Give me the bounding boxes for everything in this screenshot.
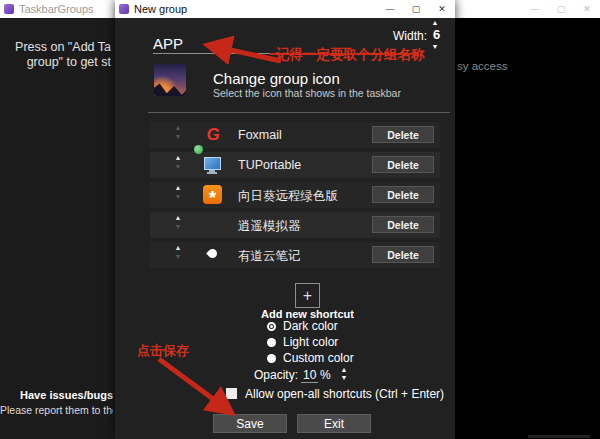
move-up-icon[interactable]: ▲ bbox=[172, 183, 184, 192]
width-value[interactable]: 6 bbox=[433, 27, 440, 42]
width-label: Width: bbox=[393, 29, 427, 43]
close-icon[interactable]: ✕ bbox=[429, 0, 455, 18]
width-down-icon[interactable]: ▼ bbox=[429, 43, 441, 50]
issues-heading: Have issues/bugs bbox=[0, 389, 113, 401]
radio-label: Light color bbox=[283, 335, 338, 349]
delete-button[interactable]: Delete bbox=[372, 156, 434, 173]
partial-text-easy-access: sy access bbox=[457, 60, 508, 72]
hint-line-1: Press on "Add Ta bbox=[0, 40, 111, 55]
dialog-titlebar[interactable]: New group — ▢ ✕ bbox=[115, 0, 455, 18]
main-window-background: TaskbarGroups Press on "Add Ta group" to… bbox=[0, 0, 115, 439]
add-shortcut-button[interactable]: + bbox=[295, 283, 320, 308]
shortcut-row-memu: ▲ ▼ 逍遥模拟器 Delete bbox=[150, 212, 440, 238]
move-down-icon[interactable]: ▼ bbox=[172, 132, 184, 141]
close-icon[interactable]: ✕ bbox=[574, 0, 600, 18]
move-up-icon[interactable]: ▲ bbox=[172, 153, 184, 162]
taskbargroups-app-icon bbox=[4, 4, 14, 14]
delete-button[interactable]: Delete bbox=[372, 246, 434, 263]
shortcut-row-youdao: ▲ ▼ 有道云笔记 Delete bbox=[150, 242, 440, 268]
allow-open-all-checkbox[interactable] bbox=[226, 388, 237, 399]
delete-button[interactable]: Delete bbox=[372, 126, 434, 143]
group-name-input[interactable] bbox=[153, 35, 283, 52]
main-window-titlebar: TaskbarGroups bbox=[0, 0, 115, 18]
radio-selected-icon bbox=[267, 322, 276, 331]
shortcut-name: Foxmail bbox=[238, 128, 282, 142]
move-up-icon[interactable]: ▲ bbox=[172, 213, 184, 222]
group-icon-thumbnail[interactable] bbox=[154, 64, 186, 96]
radio-icon bbox=[267, 338, 276, 347]
group-name-underline bbox=[153, 53, 278, 54]
shortcut-row-foxmail: ▲ ▼ G Foxmail Delete bbox=[150, 122, 440, 148]
minimize-icon[interactable]: — bbox=[522, 0, 548, 18]
opacity-label: Opacity: bbox=[254, 368, 298, 382]
allow-open-all-label: Allow open-all shortcuts (Ctrl + Enter) bbox=[245, 387, 444, 401]
annotation-save-note: 点击保存 bbox=[137, 342, 189, 360]
radio-label: Custom color bbox=[283, 351, 354, 365]
opacity-value[interactable]: 10 bbox=[301, 368, 318, 383]
shortcut-name: 有道云笔记 bbox=[238, 248, 301, 265]
hint-line-2: group" to get st bbox=[0, 55, 111, 70]
change-group-icon-title[interactable]: Change group icon bbox=[213, 70, 340, 87]
radio-icon bbox=[267, 354, 276, 363]
shortcut-row-sunflower: ▲ ▼ * 向日葵远程绿色版 Delete bbox=[150, 182, 440, 208]
delete-button[interactable]: Delete bbox=[372, 186, 434, 203]
move-up-icon[interactable]: ▲ bbox=[172, 243, 184, 252]
watermark bbox=[528, 435, 590, 438]
taskbargroups-app-icon bbox=[119, 4, 129, 14]
getting-started-hint: Press on "Add Ta group" to get st bbox=[0, 40, 111, 70]
exit-button[interactable]: Exit bbox=[297, 414, 371, 433]
radio-light-color[interactable]: Light color bbox=[267, 335, 338, 349]
radio-custom-color[interactable]: Custom color bbox=[267, 351, 354, 365]
plus-icon: + bbox=[303, 287, 312, 305]
maximize-icon[interactable]: ▢ bbox=[548, 0, 574, 18]
divider bbox=[148, 112, 450, 113]
shortcut-name: TUPortable bbox=[238, 158, 301, 172]
delete-button[interactable]: Delete bbox=[372, 216, 434, 233]
shortcut-name: 逍遥模拟器 bbox=[238, 218, 301, 235]
shortcut-row-tuportable: ▲ ▼ TUPortable Delete bbox=[150, 152, 440, 178]
radio-label: Dark color bbox=[283, 319, 338, 333]
new-group-dialog: New group — ▢ ✕ Width: 6 ▲ ▼ Change grou… bbox=[115, 0, 455, 439]
secondary-window-titlebar: — ▢ ✕ bbox=[455, 0, 600, 18]
radio-dark-color[interactable]: Dark color bbox=[267, 319, 338, 333]
move-down-icon[interactable]: ▼ bbox=[172, 192, 184, 201]
save-button[interactable]: Save bbox=[213, 414, 287, 433]
move-down-icon[interactable]: ▼ bbox=[172, 222, 184, 231]
dialog-title: New group bbox=[134, 3, 187, 15]
annotation-name-note: 记得一定要取个分组名称 bbox=[276, 46, 425, 64]
opacity-unit: % bbox=[320, 368, 331, 382]
main-window-title: TaskbarGroups bbox=[19, 3, 94, 15]
minimize-icon[interactable]: — bbox=[377, 0, 403, 18]
shortcut-name: 向日葵远程绿色版 bbox=[238, 188, 338, 205]
change-group-icon-subtitle: Select the icon that shows in the taskba… bbox=[213, 87, 401, 99]
move-down-icon[interactable]: ▼ bbox=[172, 252, 184, 261]
dialog-body: Width: 6 ▲ ▼ Change group icon Select th… bbox=[115, 18, 455, 439]
width-up-icon[interactable]: ▲ bbox=[429, 19, 441, 26]
move-up-icon[interactable]: ▲ bbox=[172, 123, 184, 132]
opacity-up-icon[interactable]: ▲ bbox=[338, 366, 350, 373]
maximize-icon[interactable]: ▢ bbox=[403, 0, 429, 18]
opacity-down-icon[interactable]: ▼ bbox=[338, 374, 350, 381]
foxmail-icon: G bbox=[203, 125, 223, 145]
move-down-icon[interactable]: ▼ bbox=[172, 162, 184, 171]
issues-subtext: Please report them to the Git bbox=[0, 404, 113, 416]
sunflower-icon: * bbox=[203, 185, 222, 204]
